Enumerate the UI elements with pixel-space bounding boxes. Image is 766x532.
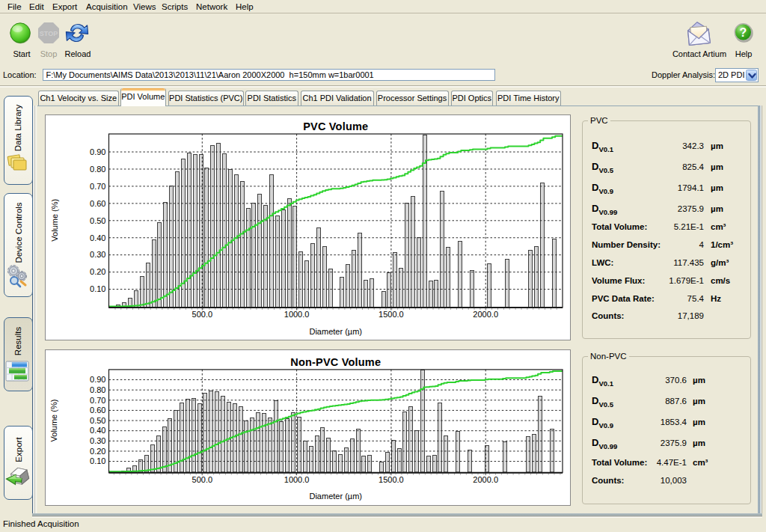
svg-text:0.50: 0.50 <box>90 216 105 225</box>
svg-text:0.10: 0.10 <box>90 456 105 465</box>
svg-text:0.20: 0.20 <box>90 447 105 456</box>
svg-text:0.60: 0.60 <box>90 406 105 415</box>
svg-text:Diameter (µm): Diameter (µm) <box>309 492 362 501</box>
svg-text:0.70: 0.70 <box>90 182 105 191</box>
svg-text:0.60: 0.60 <box>90 199 105 208</box>
svg-text:Non-PVC Volume: Non-PVC Volume <box>290 356 381 368</box>
svg-text:500.0: 500.0 <box>192 310 213 319</box>
svg-text:0.20: 0.20 <box>90 267 105 276</box>
svg-text:2000.0: 2000.0 <box>473 475 498 484</box>
svg-text:1500.0: 1500.0 <box>379 475 404 484</box>
svg-text:0.10: 0.10 <box>90 284 105 293</box>
svg-text:0.90: 0.90 <box>90 147 105 156</box>
svg-text:PVC Volume: PVC Volume <box>303 120 368 132</box>
svg-text:0.40: 0.40 <box>90 426 105 435</box>
svg-text:0.30: 0.30 <box>90 250 105 259</box>
svg-text:1000.0: 1000.0 <box>284 475 310 484</box>
svg-text:1500.0: 1500.0 <box>379 310 404 319</box>
svg-text:0.80: 0.80 <box>90 165 105 174</box>
svg-text:1000.0: 1000.0 <box>284 310 310 319</box>
svg-text:Diameter (µm): Diameter (µm) <box>309 327 362 336</box>
svg-text:Volume (%): Volume (%) <box>50 400 59 442</box>
svg-text:0.50: 0.50 <box>90 416 105 425</box>
svg-text:2000.0: 2000.0 <box>473 310 498 319</box>
svg-text:?: ? <box>740 26 747 39</box>
svg-text:0.90: 0.90 <box>90 375 105 384</box>
svg-text:0.30: 0.30 <box>90 436 105 445</box>
svg-text:0.80: 0.80 <box>90 385 105 394</box>
svg-text:500.0: 500.0 <box>192 475 213 484</box>
svg-text:STOP: STOP <box>40 30 58 37</box>
svg-text:Volume (%): Volume (%) <box>50 199 59 242</box>
svg-text:0.40: 0.40 <box>90 233 105 242</box>
svg-text:0.70: 0.70 <box>90 396 105 405</box>
